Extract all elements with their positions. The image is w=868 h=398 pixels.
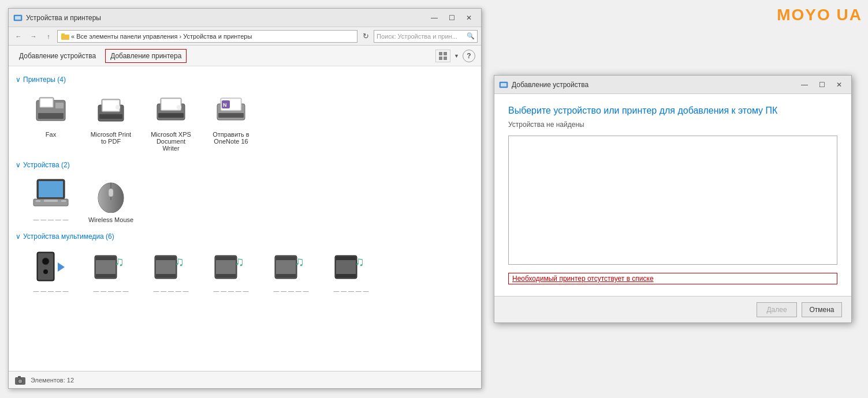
multimedia-device-3[interactable]: ♫ — — — — — (145, 246, 197, 296)
multimedia-device-3-label: — — — — — (153, 288, 188, 294)
main-window: Устройства и принтеры — ☐ ✕ ← → ↑ « Все … (8, 8, 482, 389)
search-area[interactable]: Поиск: Устройства и прин... 🔍 (374, 30, 478, 43)
svg-rect-4 (439, 52, 442, 55)
svg-text:♫: ♫ (234, 254, 244, 269)
multimedia-device-1[interactable]: — — — — — (25, 246, 77, 296)
device-ms-xps[interactable]: Microsoft XPS Document Writer (145, 89, 197, 154)
svg-text:♫: ♫ (114, 254, 124, 269)
breadcrumb[interactable]: « Все элементы панели управления › Устро… (57, 30, 357, 43)
refresh-button[interactable]: ↻ (360, 31, 371, 42)
printers-section-header[interactable]: ∨ Принтеры (4) (16, 76, 474, 84)
svg-rect-52 (156, 274, 176, 277)
breadcrumb-text: « Все элементы панели управления › Устро… (71, 33, 252, 40)
missing-printer-link[interactable]: Необходимый принтер отсутствует в списке (508, 273, 837, 284)
svg-rect-30 (39, 181, 63, 197)
device-laptop[interactable]: — — — — — (25, 175, 77, 226)
svg-rect-3 (61, 33, 65, 35)
svg-text:♫: ♫ (295, 254, 304, 269)
svg-rect-26 (218, 113, 244, 118)
svg-rect-61 (276, 257, 296, 260)
mouse-icon (92, 178, 129, 213)
multimedia-device-2[interactable]: ♫ — — — — — (85, 246, 137, 296)
multimedia-chevron: ∨ (16, 232, 21, 241)
svg-rect-7 (444, 57, 447, 60)
svg-text:N: N (223, 102, 227, 108)
devices-label: Устройства (2) (23, 161, 70, 169)
close-button[interactable]: ✕ (461, 12, 476, 24)
devices-section-header[interactable]: ∨ Устройства (2) (16, 161, 474, 169)
svg-rect-67 (336, 274, 356, 277)
multimedia-label: Устройства мультимедиа (6) (23, 232, 114, 241)
device-fax-label: Fax (46, 131, 56, 138)
dialog-title-text: Добавление устройства (512, 81, 588, 89)
media-film-music-icon-5: ♫ (273, 250, 310, 284)
dialog-maximize-button[interactable]: ☐ (814, 79, 829, 91)
device-list-area[interactable] (508, 136, 837, 265)
status-text: Элементов: 12 (31, 377, 74, 384)
svg-rect-38 (109, 189, 113, 197)
forward-button[interactable]: → (27, 30, 40, 43)
laptop-icon (32, 178, 69, 213)
devices-grid: — — — — — (16, 175, 474, 226)
media-tower-play-icon (32, 250, 69, 284)
multimedia-device-4[interactable]: ♫ — — — — — (205, 246, 257, 296)
device-wireless-mouse-label: Wireless Mouse (88, 216, 133, 223)
printers-grid: Fax Microsoft Print to PDF (16, 89, 474, 154)
svg-rect-73 (501, 83, 506, 87)
maximize-button[interactable]: ☐ (444, 12, 459, 24)
multimedia-device-6[interactable]: ♫ — — — — — (325, 246, 377, 296)
device-wireless-mouse[interactable]: Wireless Mouse (85, 175, 137, 226)
svg-rect-6 (439, 57, 442, 60)
svg-rect-1 (15, 16, 21, 20)
status-bar: Элементов: 12 (9, 371, 481, 388)
view-toggle[interactable] (435, 50, 450, 62)
dialog-minimize-button[interactable]: — (797, 79, 812, 91)
devices-chevron: ∨ (16, 161, 21, 169)
toolbar: Добавление устройства Добавление принтер… (9, 46, 481, 66)
svg-rect-34 (61, 200, 66, 202)
dialog-heading: Выберите устройство или принтер для доба… (508, 106, 837, 116)
multimedia-section-header[interactable]: ∨ Устройства мультимедиа (6) (16, 232, 474, 241)
search-icon: 🔍 (467, 32, 475, 40)
multimedia-device-5[interactable]: ♫ — — — — — (265, 246, 317, 296)
window-title: Устройства и принтеры (26, 14, 101, 22)
svg-point-70 (18, 379, 23, 384)
svg-rect-40 (38, 253, 53, 280)
dialog-window-icon (499, 80, 508, 89)
multimedia-device-5-label: — — — — — (273, 288, 308, 294)
breadcrumb-icon (61, 32, 69, 40)
media-film-music-icon-6: ♫ (333, 250, 370, 284)
printers-chevron: ∨ (16, 76, 21, 84)
title-controls: — ☐ ✕ (427, 12, 476, 24)
folder-icon (61, 32, 69, 40)
svg-rect-21 (158, 113, 184, 118)
svg-rect-5 (444, 52, 447, 55)
add-printer-button[interactable]: Добавление принтера (105, 49, 187, 63)
content-area: ∨ Принтеры (4) Fax (9, 66, 481, 371)
add-device-button[interactable]: Добавление устройства (14, 49, 100, 63)
cancel-button[interactable]: Отмена (802, 302, 842, 317)
device-ms-print-pdf[interactable]: Microsoft Print to PDF (85, 89, 137, 154)
svg-rect-51 (156, 257, 176, 260)
dialog-title-bar: Добавление устройства — ☐ ✕ (494, 76, 851, 94)
svg-rect-33 (36, 200, 40, 202)
device-fax[interactable]: Fax (25, 89, 77, 154)
back-button[interactable]: ← (12, 30, 25, 43)
up-button[interactable]: ↑ (42, 30, 55, 43)
svg-rect-56 (216, 257, 236, 260)
device-ms-print-pdf-label: Microsoft Print to PDF (87, 131, 135, 145)
svg-rect-47 (96, 274, 116, 277)
svg-point-22 (177, 105, 181, 110)
address-bar: ← → ↑ « Все элементы панели управления ›… (9, 27, 481, 46)
help-button[interactable]: ? (463, 50, 475, 62)
dialog-close-button[interactable]: ✕ (832, 79, 847, 91)
device-onenote[interactable]: N Отправить в OneNote 16 (205, 89, 257, 154)
svg-rect-62 (276, 274, 296, 277)
next-button[interactable]: Далее (757, 302, 797, 317)
multimedia-grid: — — — — — ♫ — — — — — (16, 246, 474, 296)
printer-xps-icon (154, 95, 188, 126)
printer-pdf-icon (94, 95, 128, 126)
view-dropdown[interactable]: ▼ (454, 53, 459, 59)
minimize-button[interactable]: — (427, 12, 442, 24)
multimedia-device-1-label: — — — — — (33, 288, 68, 294)
